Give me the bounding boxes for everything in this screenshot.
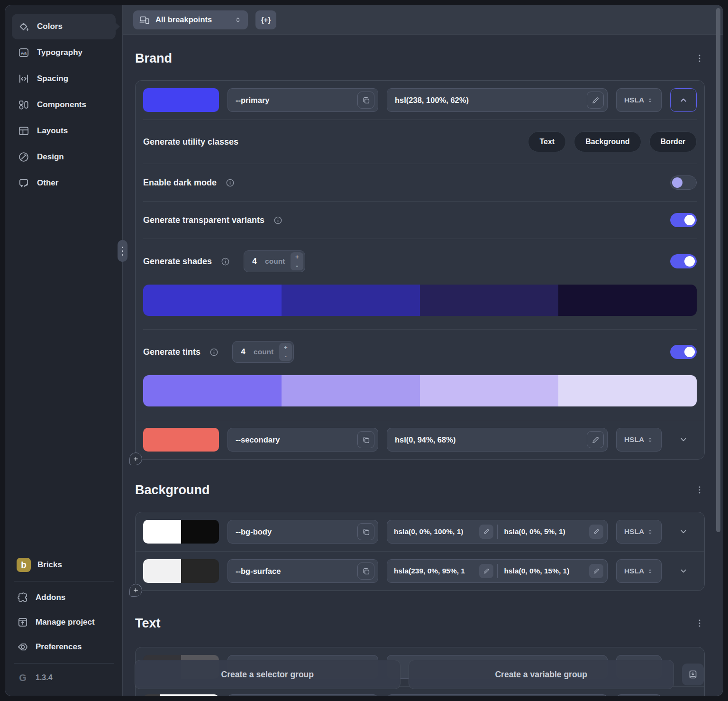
sidebar-item-manage-project[interactable]: Manage project	[13, 610, 115, 635]
pencil-icon[interactable]	[587, 431, 604, 448]
shades-count-stepper[interactable]: 4 count + -	[244, 250, 305, 272]
bg-body-values-field[interactable]: hsla(0, 0%, 100%, 1) hsla(0, 0%, 5%, 1)	[387, 520, 608, 544]
text-format-select[interactable]	[616, 694, 662, 696]
count-value: 4	[244, 257, 265, 266]
svg-text:Aa: Aa	[21, 50, 27, 55]
format-label: HSLA	[624, 567, 644, 575]
brand-menu-button[interactable]	[694, 52, 705, 65]
primary-name-field[interactable]: --primary	[228, 88, 378, 112]
dark-value: hsla(0, 0%, 15%, 1)	[498, 564, 608, 578]
increment-button[interactable]: +	[291, 252, 303, 261]
dark-mode-row: Enable dark mode	[143, 164, 697, 201]
expand-button[interactable]	[670, 520, 697, 544]
expand-button[interactable]	[670, 694, 697, 696]
shade-swatch	[143, 285, 282, 316]
add-color-button[interactable]	[129, 452, 142, 465]
sidebar-item-addons[interactable]: Addons	[13, 585, 115, 610]
sidebar-item-spacing[interactable]: Spacing	[12, 66, 116, 92]
copy-icon[interactable]	[357, 523, 374, 540]
primary-color-swatch[interactable]	[143, 88, 219, 112]
dark-mode-toggle[interactable]	[670, 175, 697, 190]
expand-button[interactable]	[670, 559, 697, 583]
copy-icon[interactable]	[357, 563, 374, 580]
bg-surface-format-select[interactable]: HSLA	[616, 559, 662, 583]
sidebar-item-typography[interactable]: Aa Typography	[12, 40, 116, 65]
sidebar-item-label: Layouts	[37, 126, 68, 136]
shades-preview-bar	[143, 285, 697, 316]
generate-tints-toggle[interactable]	[670, 345, 697, 359]
bg-body-name-field[interactable]: --bg-body	[228, 520, 378, 544]
drag-handle[interactable]	[118, 240, 127, 262]
text-values-field[interactable]	[387, 694, 608, 696]
decrement-button[interactable]: -	[291, 261, 303, 270]
bg-surface-name-field[interactable]: --bg-surface	[228, 559, 378, 583]
text-menu-button[interactable]	[694, 617, 705, 629]
bg-surface-swatch[interactable]	[143, 559, 219, 583]
text-name-field[interactable]	[228, 694, 378, 696]
sidebar: Colors Aa Typography Spacing Components	[5, 5, 123, 696]
divider	[14, 663, 114, 664]
bg-body-format-select[interactable]: HSLA	[616, 520, 662, 544]
sidebar-item-colors[interactable]: Colors	[12, 14, 116, 39]
color-row-secondary: --secondary hsl(0, 94%, 68%) HSLA	[136, 420, 704, 459]
sidebar-item-label: Colors	[37, 22, 63, 31]
tint-swatch	[420, 375, 558, 406]
copy-icon[interactable]	[357, 431, 374, 448]
pencil-icon[interactable]	[589, 564, 603, 578]
create-variable-group-button[interactable]: Create a variable group	[409, 660, 674, 689]
create-selector-group-button[interactable]: Create a selector group	[135, 660, 400, 689]
add-color-button[interactable]	[129, 584, 142, 597]
add-query-button[interactable]: {+}	[255, 10, 276, 29]
primary-value-field[interactable]: hsl(238, 100%, 62%)	[387, 88, 608, 112]
sidebar-item-layouts[interactable]: Layouts	[12, 118, 116, 144]
sidebar-item-components[interactable]: Components	[12, 92, 116, 118]
import-button[interactable]	[682, 664, 704, 685]
bg-body-swatch[interactable]	[143, 520, 219, 544]
increment-button[interactable]: +	[279, 343, 292, 352]
color-value: hsla(239, 0%, 95%, 1	[394, 567, 476, 575]
bg-surface-values-field[interactable]: hsla(239, 0%, 95%, 1 hsla(0, 0%, 15%, 1)	[387, 559, 608, 583]
section-title-background: Background	[135, 483, 210, 498]
format-label: HSLA	[624, 96, 644, 104]
sidebar-item-design[interactable]: Design	[12, 144, 116, 170]
sidebar-item-other[interactable]: Other	[12, 170, 116, 196]
download-tray-icon	[687, 669, 699, 680]
utility-background-button[interactable]: Background	[574, 131, 641, 152]
count-unit: count	[254, 348, 279, 356]
layouts-icon	[18, 125, 30, 137]
transparent-variants-toggle[interactable]	[670, 213, 697, 227]
decrement-button[interactable]: -	[279, 352, 292, 361]
secondary-color-swatch[interactable]	[143, 428, 219, 452]
background-menu-button[interactable]	[694, 484, 705, 496]
text-color-swatch[interactable]	[143, 694, 219, 696]
utility-border-button[interactable]: Border	[649, 131, 697, 152]
pencil-icon[interactable]	[479, 564, 493, 578]
secondary-name-field[interactable]: --secondary	[228, 428, 378, 452]
sidebar-item-bricks[interactable]: b Bricks	[13, 553, 115, 577]
collapse-button[interactable]	[670, 88, 697, 112]
pencil-icon[interactable]	[479, 525, 493, 539]
sidebar-item-label: Preferences	[36, 642, 82, 652]
components-icon	[18, 99, 30, 111]
scrollbar[interactable]	[716, 8, 720, 532]
pencil-icon[interactable]	[589, 525, 603, 539]
content-scroll-area: Brand --primary hsl(238, 100%, 62%)	[123, 35, 723, 696]
secondary-format-select[interactable]: HSLA	[616, 428, 662, 452]
color-value: hsl(0, 94%, 68%)	[395, 435, 583, 444]
copy-icon[interactable]	[357, 92, 374, 109]
generate-shades-toggle[interactable]	[670, 254, 697, 268]
puzzle-icon	[17, 591, 29, 604]
spacing-icon	[18, 73, 30, 85]
paint-bucket-icon	[18, 20, 30, 33]
sidebar-item-preferences[interactable]: Preferences	[13, 635, 115, 659]
utility-text-button[interactable]: Text	[528, 131, 566, 152]
tints-count-stepper[interactable]: 4 count + -	[232, 341, 294, 363]
sidebar-item-label: Design	[37, 152, 64, 162]
utility-classes-row: Generate utility classes Text Background…	[143, 120, 697, 164]
breakpoints-select[interactable]: All breakpoints	[133, 10, 248, 29]
secondary-value-field[interactable]: hsl(0, 94%, 68%)	[387, 428, 608, 452]
pencil-icon[interactable]	[587, 92, 604, 109]
primary-format-select[interactable]: HSLA	[616, 88, 662, 112]
upload-box-icon	[17, 616, 29, 628]
expand-button[interactable]	[670, 428, 697, 452]
